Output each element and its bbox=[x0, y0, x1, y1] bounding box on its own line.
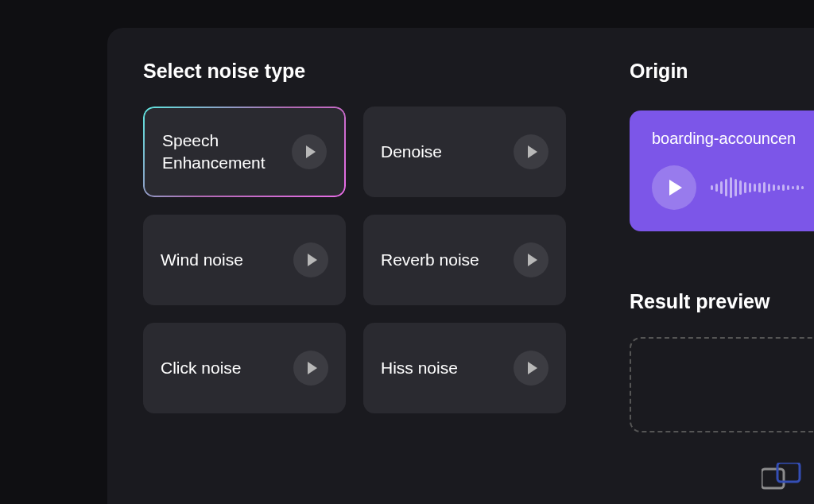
play-icon bbox=[308, 254, 317, 266]
noise-card-wind-noise[interactable]: Wind noise bbox=[143, 215, 346, 305]
wave-bar bbox=[758, 183, 761, 192]
wave-bar bbox=[754, 184, 756, 192]
main-panel: Select noise type Speech Enhancement Den… bbox=[107, 28, 814, 504]
noise-card-label: Click noise bbox=[161, 357, 242, 379]
play-icon bbox=[669, 180, 682, 196]
origin-audio-card[interactable]: boarding-accouncen bbox=[630, 110, 814, 231]
watermark-logo bbox=[762, 463, 804, 498]
wave-bar bbox=[711, 185, 713, 190]
noise-card-label: Wind noise bbox=[161, 249, 243, 271]
wave-bar bbox=[782, 184, 785, 191]
noise-card-label: Speech Enhancement bbox=[162, 130, 281, 175]
play-icon bbox=[528, 145, 537, 158]
wave-bar bbox=[801, 186, 804, 189]
play-icon bbox=[528, 362, 537, 374]
play-button[interactable] bbox=[514, 134, 548, 169]
play-button[interactable] bbox=[514, 351, 548, 386]
right-section: Origin boarding-accouncen Result preview bbox=[630, 60, 814, 504]
origin-filename: boarding-accouncen bbox=[652, 130, 806, 148]
origin-player bbox=[652, 165, 806, 210]
wave-bar bbox=[797, 185, 799, 190]
play-icon bbox=[308, 362, 317, 374]
wave-bar bbox=[749, 183, 751, 192]
play-icon bbox=[528, 254, 537, 266]
wave-bar bbox=[792, 186, 794, 189]
play-icon bbox=[306, 145, 316, 158]
wave-bar bbox=[735, 179, 737, 196]
wave-bar bbox=[787, 185, 789, 190]
waveform bbox=[711, 176, 804, 200]
play-button[interactable] bbox=[293, 351, 328, 386]
noise-type-title: Select noise type bbox=[143, 60, 566, 83]
wave-bar bbox=[730, 177, 732, 198]
noise-card-click-noise[interactable]: Click noise bbox=[143, 323, 346, 413]
noise-cards-grid: Speech Enhancement Denoise Wind noise Re… bbox=[143, 107, 566, 413]
noise-card-reverb-noise[interactable]: Reverb noise bbox=[363, 215, 566, 305]
noise-card-speech-enhancement[interactable]: Speech Enhancement bbox=[143, 107, 346, 197]
wave-bar bbox=[725, 179, 727, 196]
origin-title: Origin bbox=[630, 60, 814, 83]
noise-card-label: Reverb noise bbox=[381, 249, 479, 271]
noise-type-section: Select noise type Speech Enhancement Den… bbox=[143, 60, 566, 504]
wave-bar bbox=[777, 185, 780, 190]
wave-bar bbox=[720, 181, 723, 194]
wave-bar bbox=[744, 182, 746, 193]
noise-card-denoise[interactable]: Denoise bbox=[363, 107, 566, 197]
play-button[interactable] bbox=[292, 134, 327, 169]
noise-card-label: Hiss noise bbox=[381, 357, 458, 379]
play-button[interactable] bbox=[514, 242, 548, 277]
play-button[interactable] bbox=[293, 242, 328, 277]
noise-card-label: Denoise bbox=[381, 141, 442, 163]
wave-bar bbox=[739, 180, 742, 195]
svg-rect-1 bbox=[777, 463, 800, 482]
wave-bar bbox=[768, 184, 770, 192]
result-preview-title: Result preview bbox=[630, 290, 814, 313]
noise-card-hiss-noise[interactable]: Hiss noise bbox=[363, 323, 566, 413]
svg-rect-0 bbox=[762, 469, 784, 488]
origin-play-button[interactable] bbox=[652, 165, 696, 210]
wave-bar bbox=[763, 182, 766, 193]
result-preview-box bbox=[630, 337, 814, 432]
wave-bar bbox=[715, 184, 718, 192]
wave-bar bbox=[773, 184, 775, 191]
